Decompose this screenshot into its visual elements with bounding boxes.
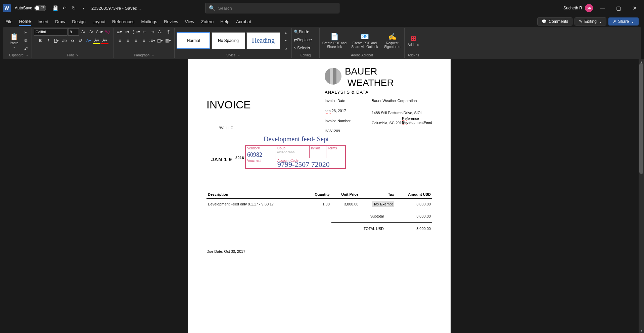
text-effects-icon[interactable]: A▾: [85, 37, 92, 44]
th-tax: Tax: [360, 190, 396, 199]
th-amount: Amount USD: [396, 190, 432, 199]
save-icon[interactable]: 💾: [50, 3, 60, 13]
format-painter-icon[interactable]: 🖌: [22, 45, 30, 52]
invoice-table: Description Quantity Unit Price Tax Amou…: [206, 190, 432, 209]
tab-review[interactable]: Review: [164, 18, 178, 26]
share-outlook-button[interactable]: 📧Create PDF and Share via Outlook: [349, 30, 381, 51]
ribbon-group-font: A▴ A▾ Aa▾ A◇ B I U▾ ab x₂ x² A▾ A▾ A▾ Fo…: [32, 28, 113, 58]
style-heading[interactable]: Heading: [246, 32, 280, 49]
close-button[interactable]: ✕: [628, 3, 641, 13]
font-color-icon[interactable]: A▾: [101, 37, 108, 44]
ribbon-group-paragraph: ≣▾ ≡▾ ⋮≡▾ ⇤ ⇥ A↓ ¶ ≡ ≡ ≡ ≡ ↕≡▾ ◫▾ ▦▾ Par…: [113, 28, 175, 58]
tab-zotero[interactable]: Zotero: [201, 18, 214, 26]
redo-icon[interactable]: ↻: [69, 3, 79, 13]
font-size-select[interactable]: [68, 28, 79, 36]
bullets-icon[interactable]: ≣▾: [116, 28, 123, 36]
tab-view[interactable]: View: [185, 18, 194, 26]
comments-button[interactable]: 💬 Comments: [537, 17, 572, 26]
font-launcher[interactable]: ↘: [76, 54, 78, 57]
align-left-icon[interactable]: ≡: [116, 37, 124, 44]
superscript-icon[interactable]: x²: [77, 37, 84, 44]
total-row: TOTAL USD 3,000.00: [206, 225, 432, 233]
shading-icon[interactable]: ◫▾: [156, 37, 164, 44]
tab-design[interactable]: Design: [72, 18, 86, 26]
change-case-icon[interactable]: Aa▾: [96, 28, 103, 36]
styles-down-icon[interactable]: ▾: [282, 37, 289, 44]
strikethrough-icon[interactable]: ab: [61, 37, 68, 44]
decrease-indent-icon[interactable]: ⇤: [141, 28, 148, 36]
paste-button[interactable]: 📋Paste⌄: [7, 30, 21, 51]
request-signatures-button[interactable]: ✍Request Signatures: [382, 30, 402, 51]
minimize-button[interactable]: —: [596, 3, 609, 13]
tab-layout[interactable]: Layout: [92, 18, 105, 26]
undo-icon[interactable]: ↶: [60, 3, 69, 13]
ribbon-group-clipboard: 📋Paste⌄ ✂ ⧉ 🖌 Clipboard↘: [5, 28, 32, 58]
justify-icon[interactable]: ≡: [140, 37, 148, 44]
ribbon-group-acrobat: 📄Create PDF and Share link 📧Create PDF a…: [320, 28, 405, 58]
line-spacing-icon[interactable]: ↕≡▾: [148, 37, 156, 44]
tab-file[interactable]: File: [5, 18, 12, 26]
tab-insert[interactable]: Insert: [38, 18, 49, 26]
copy-icon[interactable]: ⧉: [22, 37, 30, 44]
th-description: Description: [206, 190, 306, 199]
show-marks-icon[interactable]: ¶: [165, 28, 172, 36]
share-button[interactable]: ↗ Share ⌄: [608, 17, 639, 26]
qat-customize-icon[interactable]: ▾: [79, 3, 88, 13]
invoice-number-value: INV-1209: [325, 129, 372, 133]
create-pdf-button[interactable]: 📄Create PDF and Share link: [322, 30, 347, 51]
tab-mailings[interactable]: Mailings: [141, 18, 157, 26]
align-right-icon[interactable]: ≡: [132, 37, 140, 44]
select-button[interactable]: ↖ Select▾: [294, 44, 317, 52]
maximize-button[interactable]: ▢: [612, 3, 625, 13]
scroll-down-icon[interactable]: ▾: [639, 328, 644, 333]
increase-indent-icon[interactable]: ⇥: [149, 28, 156, 36]
clear-format-icon[interactable]: A◇: [104, 28, 111, 36]
editing-mode-button[interactable]: ✎ Editing ⌄: [574, 17, 606, 26]
due-date: Due Date: Oct 30, 2017: [206, 249, 432, 253]
sort-icon[interactable]: A↓: [157, 28, 164, 36]
tab-acrobat[interactable]: Acrobat: [236, 18, 251, 26]
user-name[interactable]: Sucheth R: [563, 6, 582, 10]
tab-help[interactable]: Help: [220, 18, 229, 26]
bold-icon[interactable]: B: [37, 37, 44, 44]
tab-home[interactable]: Home: [19, 17, 31, 26]
word-app-icon: W: [3, 4, 11, 12]
grow-font-icon[interactable]: A▴: [80, 28, 87, 36]
style-no-spacing[interactable]: No Spacing: [212, 32, 245, 49]
th-unit-price: Unit Price: [331, 190, 360, 199]
stamp-area: Reference DevelopmentFeed JAN 1 9 2018 D…: [206, 137, 432, 177]
numbering-icon[interactable]: ≡▾: [124, 28, 131, 36]
replace-button[interactable]: ⇄ Replace: [294, 36, 317, 44]
document-page[interactable]: BAUER WEATHER ANALYSI S & DATA Invoice D…: [188, 59, 451, 333]
highlight-icon[interactable]: A▾: [93, 37, 100, 44]
style-normal[interactable]: Normal: [177, 32, 210, 49]
styles-more-icon[interactable]: ⊵: [282, 45, 289, 52]
borders-icon[interactable]: ▦▾: [165, 37, 172, 44]
search-input[interactable]: [218, 6, 336, 11]
underline-icon[interactable]: U▾: [53, 37, 60, 44]
italic-icon[interactable]: I: [45, 37, 52, 44]
find-button[interactable]: 🔍 Find ▾: [294, 28, 317, 36]
styles-up-icon[interactable]: ▴: [282, 29, 289, 36]
paragraph-launcher[interactable]: ↘: [151, 54, 154, 57]
align-center-icon[interactable]: ≡: [124, 37, 132, 44]
font-name-select[interactable]: [34, 28, 67, 36]
styles-launcher[interactable]: ↘: [237, 54, 240, 57]
addins-button[interactable]: ⊞Add-ins: [407, 30, 420, 51]
document-name[interactable]: 2032605973-re • Saved ⌄: [91, 6, 141, 11]
tab-references[interactable]: References: [112, 18, 134, 26]
scroll-thumb[interactable]: [639, 63, 643, 174]
company-logo: [325, 68, 341, 85]
cut-icon[interactable]: ✂: [22, 29, 30, 36]
vertical-scrollbar[interactable]: ▴ ▾: [639, 59, 644, 333]
clipboard-launcher[interactable]: ↘: [26, 54, 28, 57]
titlebar: W AutoSave Off 💾 ↶ ↻ ▾ 2032605973-re • S…: [0, 0, 644, 16]
shrink-font-icon[interactable]: A▾: [88, 28, 95, 36]
search-box[interactable]: 🔍: [205, 3, 339, 13]
tab-draw[interactable]: Draw: [55, 18, 65, 26]
autosave-toggle[interactable]: Off: [34, 5, 46, 11]
document-area[interactable]: BAUER WEATHER ANALYSI S & DATA Invoice D…: [0, 59, 639, 333]
subscript-icon[interactable]: x₂: [69, 37, 76, 44]
user-avatar[interactable]: SR: [585, 4, 593, 12]
multilevel-icon[interactable]: ⋮≡▾: [132, 28, 140, 36]
